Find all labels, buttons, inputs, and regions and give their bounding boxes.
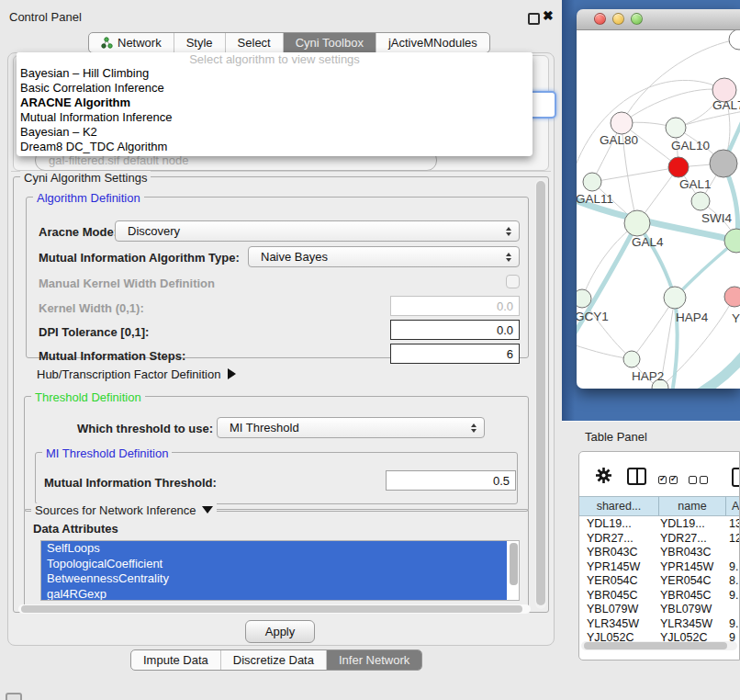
dropdown-item[interactable]: Bayesian – K2 [17,125,533,140]
close-icon[interactable]: ✖ [543,8,554,23]
table-panel-window: shared... name A YDL19...YDL19...13YDR27… [578,451,740,660]
network-node-gcy1[interactable] [577,289,591,308]
hub-section-label: Hub/Transcription Factor Definition [37,367,220,381]
table-cell: YBR043C [587,546,638,559]
dpi-tolerance-input[interactable]: 0.0 [390,320,520,340]
tab-discretize-data[interactable]: Discretize Data [220,650,326,670]
network-node-gal10[interactable] [666,118,686,138]
tab-impute-data[interactable]: Impute Data [131,650,220,670]
settings-vscroll-thumb[interactable] [536,181,545,605]
tab-cyni-toolbox[interactable]: Cyni Toolbox [283,33,376,52]
network-view-window[interactable]: GAL7GAL80GAL10GAL1GAL11SWI4GAL4GCY1HAP4Y… [577,9,740,389]
column-header-name[interactable]: name [659,497,726,515]
deselect-all-checkboxes-icon[interactable] [689,471,711,488]
sources-group-title[interactable]: Sources for Network Inference [31,503,217,517]
network-node-hap2[interactable] [623,351,640,367]
gear-icon[interactable] [595,467,612,484]
network-node-gal80[interactable] [611,112,633,134]
tab-network[interactable]: Network [89,33,174,52]
column-header-third[interactable]: A [726,497,740,515]
bottom-tab-bar: Impute DataDiscretize DataInfer Network [130,649,422,671]
network-node-gal11[interactable] [583,173,601,191]
new-table-icon[interactable] [732,468,740,487]
tab-select[interactable]: Select [225,33,283,52]
table-row[interactable]: YDR27...YDR27...12 [579,531,740,546]
column-header-shared[interactable]: shared... [579,497,659,515]
which-threshold-combo[interactable]: MI Threshold [217,417,485,438]
table-row[interactable]: YBR043CYBR043C [579,545,740,559]
column-layout-icon[interactable] [627,468,646,485]
dropdown-item[interactable]: ARACNE Algorithm [17,96,533,110]
table-row[interactable]: YER054CYER054C8. [579,573,740,588]
node-label: GAL80 [600,133,638,147]
attribute-list-item[interactable]: gal4RGexp [41,587,507,602]
window-grip-icon[interactable] [6,693,22,700]
mi-steps-input[interactable]: 6 [390,344,520,364]
table-row[interactable]: YDL19...YDL19...13 [579,516,740,531]
network-node-gal4[interactable] [624,210,650,236]
network-window-titlebar[interactable] [577,9,740,30]
which-threshold-value: MI Threshold [230,421,299,435]
network-node-labels: GAL7GAL80GAL10GAL1GAL11SWI4GAL4GCY1HAP4Y… [577,98,740,383]
minimize-traffic-light[interactable] [612,13,624,25]
dropdown-item[interactable]: Basic Correlation Inference [17,81,533,96]
table-cell: YLR345W [587,617,639,630]
attribute-list-item[interactable]: SelfLoops [41,541,507,557]
attribute-list-item[interactable]: BetweennessCentrality [41,571,507,587]
table-row[interactable]: YBL079WYBL079W [579,602,740,616]
select-all-checkboxes-icon[interactable] [658,471,680,488]
table-row[interactable]: YLR345WYLR345W9. [579,616,740,631]
table-row[interactable]: YBR045CYBR045C9. [579,588,740,603]
settings-vertical-scrollbar[interactable] [535,179,546,609]
network-canvas[interactable]: GAL7GAL80GAL10GAL1GAL11SWI4GAL4GCY1HAP4Y… [577,30,740,389]
data-attributes-list[interactable]: SelfLoopsTopologicalCoefficientBetweenne… [40,540,520,601]
table-hscroll-thumb[interactable] [584,642,727,649]
node-label: GAL4 [632,235,664,249]
hub-section-toggle[interactable]: Hub/Transcription Factor Definition [37,367,236,381]
manual-kernel-checkbox[interactable] [506,275,520,288]
dropdown-item[interactable]: Dream8 DC_TDC Algorithm [17,140,533,154]
network-node[interactable] [710,150,737,177]
settings-hscroll-thumb[interactable] [21,605,522,613]
combo-arrows-icon [506,227,511,236]
table-cell: YPR145W [660,560,713,573]
tab-infer-network[interactable]: Infer Network [326,650,421,670]
data-attributes-label: Data Attributes [33,522,118,536]
aracne-mode-label: Aracne Mode: [39,225,118,239]
mi-threshold-input[interactable]: 0.5 [386,470,516,491]
table-cell: YPR145W [587,560,640,573]
attributes-scrollbar-thumb[interactable] [510,543,518,585]
which-threshold-label: Which threshold to use: [77,422,213,435]
control-panel-title: Control Panel [9,10,82,24]
table-row[interactable]: YPR145WYPR145W9. [579,559,740,574]
close-traffic-light[interactable] [594,13,606,25]
network-node-y[interactable] [724,287,740,307]
collapsed-arrow-icon [228,368,236,379]
float-window-icon[interactable] [528,13,540,25]
network-node-gal1[interactable] [668,157,689,177]
table-cell: YBR043C [660,546,712,559]
aracne-mode-combo[interactable]: Discovery [115,220,520,242]
dropdown-item[interactable]: Bayesian – Hill Climbing [17,66,533,81]
kernel-width-input[interactable]: 0.0 [390,296,520,316]
table-cell: YBR045C [587,589,638,602]
dropdown-item[interactable]: Mutual Information Inference [17,110,533,125]
mi-type-combo[interactable]: Naive Bayes [248,246,520,267]
dropdown-items: Bayesian – Hill ClimbingBasic Correlatio… [17,66,533,154]
threshold-definition-title: Threshold Definition [31,390,145,404]
tab-label: Cyni Toolbox [296,36,364,50]
apply-button[interactable]: Apply [245,620,315,643]
tab-jactivemnodules[interactable]: jActiveMNodules [376,33,489,52]
settings-horizontal-scrollbar[interactable] [18,604,531,614]
node-label: GAL7 [712,98,740,112]
table-horizontal-scrollbar[interactable] [581,641,737,650]
attributes-scrollbar[interactable] [510,543,518,598]
kernel-width-label: Kernel Width (0,1): [39,301,144,315]
table-cell: YBL079W [587,603,638,615]
network-node-hap4[interactable] [664,287,686,309]
tab-style[interactable]: Style [174,33,225,52]
attribute-list-item[interactable]: TopologicalCoefficient [41,557,507,572]
network-node[interactable] [729,30,740,50]
network-node-swi4[interactable] [691,192,710,210]
zoom-traffic-light[interactable] [631,13,643,25]
